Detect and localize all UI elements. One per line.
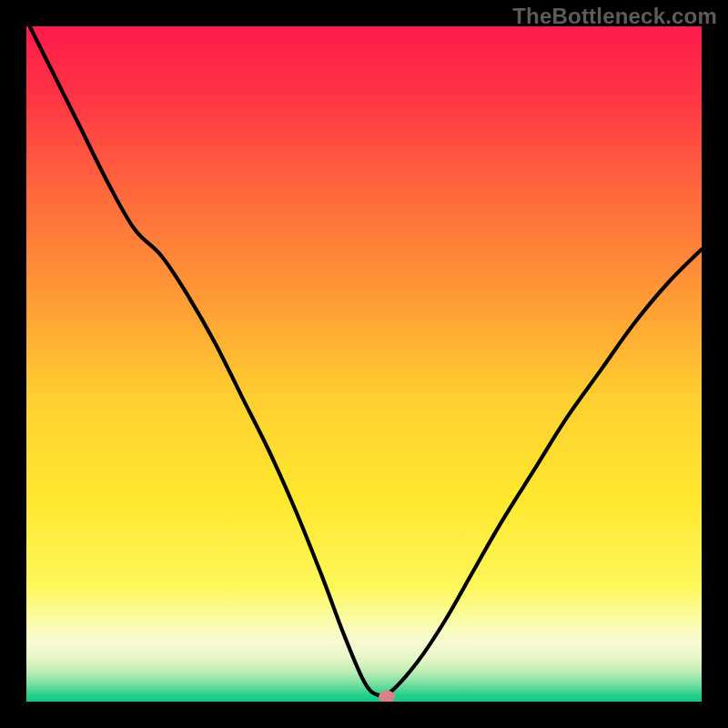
- watermark-text: TheBottleneck.com: [512, 4, 717, 29]
- plot-area: [26, 26, 702, 702]
- gradient-background: [26, 26, 702, 702]
- chart-svg: [26, 26, 702, 702]
- chart-frame: TheBottleneck.com: [0, 0, 728, 728]
